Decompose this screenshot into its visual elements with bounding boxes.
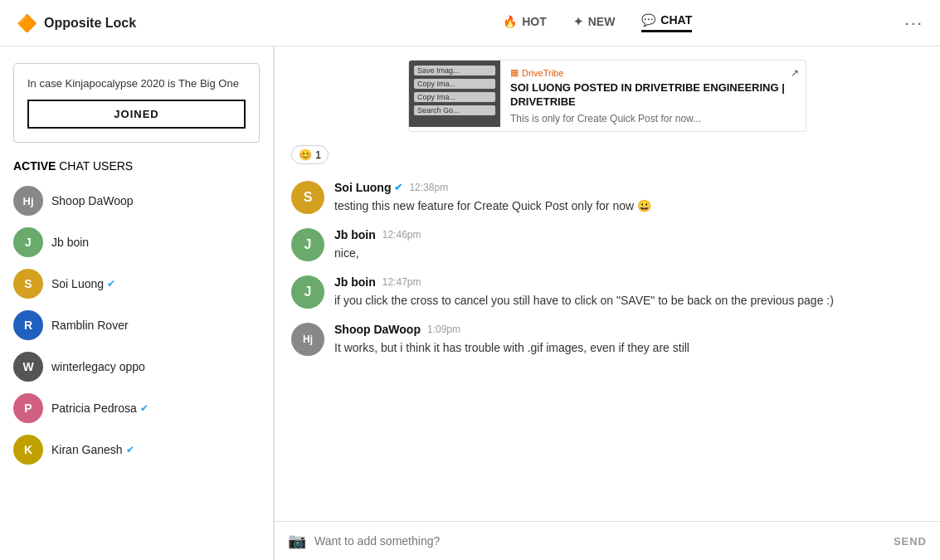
avatar: K: [13, 435, 43, 465]
user-name: Jb boin: [51, 236, 89, 249]
drivetribe-icon: ▦: [510, 67, 519, 78]
nav-tabs: 🔥 HOT ✦ NEW 💬 CHAT: [290, 13, 904, 32]
message-header: Soi Luong ✔ 12:38pm: [334, 181, 923, 194]
tab-hot-label: HOT: [522, 15, 547, 28]
post-card-title: SOI LUONG POSTED IN DRIVETRIBE ENGINEERI…: [510, 81, 796, 110]
reaction-row: 😊 1: [291, 145, 923, 164]
table-row: Hj Shoop DaWoop 1:09pm It works, but i t…: [291, 323, 923, 357]
avatar: J: [291, 275, 324, 309]
reaction-button[interactable]: 😊 1: [291, 145, 329, 164]
user-list: Hj Shoop DaWoop J Jb boin S Soi Luong ✔ …: [13, 186, 260, 465]
more-menu-button[interactable]: ···: [904, 13, 923, 32]
post-card-wrap: Save Imag... Copy Ima... Copy Ima... Sea…: [291, 60, 923, 132]
message-author: Soi Luong ✔: [334, 181, 402, 194]
context-menu-copy2[interactable]: Copy Ima...: [414, 92, 495, 102]
message-time: 12:46pm: [382, 229, 421, 241]
message-content: Soi Luong ✔ 12:38pm testing this new fea…: [334, 181, 923, 215]
message-time: 12:38pm: [409, 182, 448, 193]
message-content: Shoop DaWoop 1:09pm It works, but i thin…: [334, 323, 923, 357]
list-item[interactable]: W winterlegacy oppo: [13, 352, 260, 382]
avatar: R: [13, 310, 43, 340]
list-item[interactable]: J Jb boin: [13, 227, 260, 257]
post-card-description: This is only for Create Quick Post for n…: [510, 113, 796, 124]
message-content: Jb boin 12:46pm nice,: [334, 228, 923, 262]
logo-icon: 🔶: [17, 13, 37, 33]
list-item[interactable]: Hj Shoop DaWoop: [13, 186, 260, 216]
reaction-emoji: 😊: [299, 149, 312, 161]
message-author: Jb boin: [334, 228, 376, 241]
table-row: J Jb boin 12:46pm nice,: [291, 228, 923, 262]
list-item[interactable]: P Patricia Pedrosa ✔: [13, 393, 260, 423]
avatar: J: [13, 227, 43, 257]
avatar: S: [291, 181, 324, 214]
message-text: testing this new feature for Create Quic…: [334, 197, 923, 215]
group-card: In case Kinjapocalypse 2020 is The Big O…: [13, 63, 260, 143]
message-author: Shoop DaWoop: [334, 323, 421, 336]
message-header: Jb boin 12:46pm: [334, 228, 923, 241]
context-menu-save[interactable]: Save Imag...: [414, 66, 495, 75]
message-text: nice,: [334, 245, 923, 262]
user-name: Ramblin Rover: [51, 319, 129, 332]
chat-users-label: CHAT USERS: [56, 159, 133, 173]
verified-icon: ✔: [140, 402, 149, 414]
chat-input[interactable]: [314, 534, 885, 548]
chat-messages: Save Imag... Copy Ima... Copy Ima... Sea…: [275, 46, 940, 521]
chat-area: Save Imag... Copy Ima... Copy Ima... Sea…: [275, 46, 940, 560]
user-name: Soi Luong ✔: [51, 277, 115, 290]
user-name: Patricia Pedrosa ✔: [51, 402, 149, 415]
sidebar: In case Kinjapocalypse 2020 is The Big O…: [0, 46, 274, 560]
context-menu-copy1[interactable]: Copy Ima...: [414, 79, 495, 89]
avatar: P: [13, 393, 43, 423]
list-item[interactable]: K Kiran Ganesh ✔: [13, 435, 260, 465]
user-name: Shoop DaWoop: [51, 194, 134, 207]
chat-input-bar: 📷 SEND: [275, 521, 940, 560]
post-card: Save Imag... Copy Ima... Copy Ima... Sea…: [408, 60, 806, 132]
chat-icon: 💬: [641, 13, 655, 27]
message-author: Jb boin: [334, 275, 376, 289]
verified-icon: ✔: [126, 444, 134, 455]
message-text: It works, but i think it has trouble wit…: [334, 339, 923, 357]
avatar: S: [13, 269, 43, 299]
group-description: In case Kinjapocalypse 2020 is The Big O…: [27, 77, 246, 90]
header: 🔶 Opposite Lock 🔥 HOT ✦ NEW 💬 CHAT ···: [0, 0, 940, 46]
user-name: winterlegacy oppo: [51, 360, 145, 373]
message-header: Shoop DaWoop 1:09pm: [334, 323, 923, 336]
tab-chat-label: CHAT: [660, 13, 692, 27]
list-item[interactable]: S Soi Luong ✔: [13, 269, 260, 299]
drivetribe-label: DriveTribe: [522, 68, 563, 78]
avatar: J: [291, 228, 324, 261]
logo-text: Opposite Lock: [44, 16, 136, 31]
send-button[interactable]: SEND: [894, 535, 927, 548]
post-card-source: ▦ DriveTribe: [510, 67, 796, 78]
avatar: Hj: [13, 186, 43, 216]
active-users-heading: ACTIVE CHAT USERS: [13, 159, 260, 173]
avatar: W: [13, 352, 43, 382]
message-header: Jb boin 12:47pm: [334, 275, 923, 289]
reaction-count: 1: [315, 149, 321, 161]
post-card-expand-button[interactable]: ↗: [791, 67, 799, 79]
hot-icon: 🔥: [503, 15, 517, 28]
camera-icon[interactable]: 📷: [288, 532, 306, 550]
message-content: Jb boin 12:47pm if you click the cross t…: [334, 275, 923, 309]
joined-button[interactable]: JOINED: [27, 100, 246, 129]
tab-new-label: NEW: [588, 15, 616, 28]
message-time: 12:47pm: [382, 276, 421, 288]
logo-area: 🔶 Opposite Lock: [17, 13, 290, 33]
user-name: Kiran Ganesh ✔: [51, 443, 134, 456]
tab-hot[interactable]: 🔥 HOT: [503, 15, 547, 32]
list-item[interactable]: R Ramblin Rover: [13, 310, 260, 340]
message-text: if you click the cross to cancel you sti…: [334, 292, 923, 309]
verified-icon: ✔: [107, 278, 115, 290]
main-layout: In case Kinjapocalypse 2020 is The Big O…: [0, 46, 940, 560]
avatar: Hj: [291, 323, 324, 356]
post-card-image: Save Imag... Copy Ima... Copy Ima... Sea…: [409, 61, 500, 127]
table-row: J Jb boin 12:47pm if you click the cross…: [291, 275, 923, 309]
message-time: 1:09pm: [427, 324, 460, 335]
new-icon: ✦: [573, 15, 583, 28]
context-menu-search[interactable]: Search Go...: [414, 105, 495, 115]
table-row: S Soi Luong ✔ 12:38pm testing this new f…: [291, 181, 923, 215]
tab-chat[interactable]: 💬 CHAT: [641, 13, 692, 32]
verified-icon: ✔: [394, 182, 402, 193]
post-card-body: ▦ DriveTribe SOI LUONG POSTED IN DRIVETR…: [500, 61, 806, 131]
tab-new[interactable]: ✦ NEW: [573, 15, 616, 32]
